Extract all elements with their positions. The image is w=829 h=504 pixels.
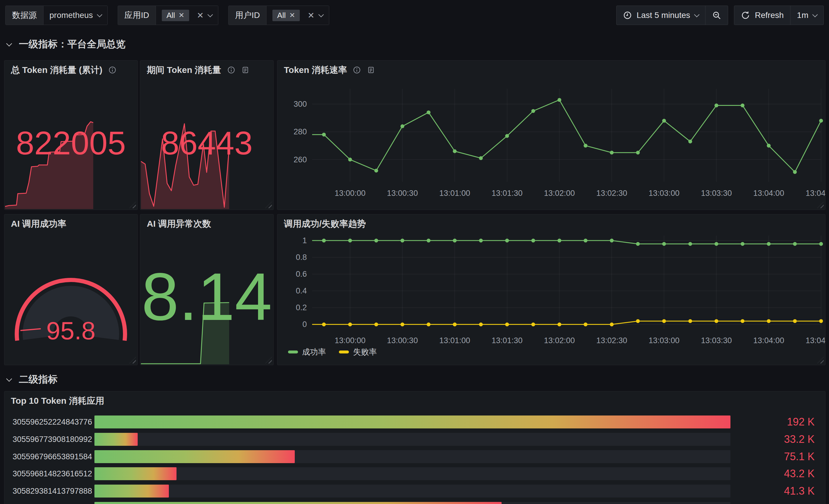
panel-top10: Top 10 Token 消耗应用 305596252224843776192 … — [4, 391, 826, 504]
panel-header: 调用成功/失败率趋势 — [278, 215, 825, 233]
info-icon[interactable] — [353, 66, 361, 74]
stat-value: 822005 — [4, 124, 137, 162]
chevron-down-icon — [97, 12, 102, 17]
panel-links-icon[interactable] — [367, 66, 375, 74]
filter-app-id-select[interactable]: All ✕ ✕ — [156, 6, 218, 25]
filter-app-id-chip[interactable]: All ✕ — [162, 10, 189, 21]
chevron-down-icon — [812, 12, 818, 17]
bar-fill — [95, 502, 502, 504]
panel-title[interactable]: 总 Token 消耗量 (累计) — [11, 64, 102, 76]
chip-text: All — [277, 11, 286, 20]
legend-item[interactable]: 成功率 — [288, 347, 326, 357]
x-tick-label: 13:02:30 — [596, 189, 627, 198]
x-tick-label: 13:04:00 — [753, 336, 784, 345]
bar-category-label: 305596252224843776 — [6, 418, 92, 427]
svg-text:1: 1 — [302, 236, 307, 245]
bar-category-label: 305596796653891584 — [6, 452, 92, 461]
svg-text:0: 0 — [302, 320, 307, 329]
bar-fill — [95, 484, 169, 498]
panel-title[interactable]: Token 消耗速率 — [284, 64, 347, 76]
stat-value: 86443 — [140, 124, 273, 162]
time-range-button[interactable]: Last 5 minutes — [617, 6, 705, 25]
info-icon[interactable] — [108, 66, 116, 74]
section-title: 二级指标 — [19, 373, 58, 386]
resize-handle[interactable] — [265, 202, 272, 208]
x-tick-label: 13:01:00 — [439, 336, 470, 345]
panel-title[interactable]: AI 调用异常次数 — [147, 218, 211, 230]
bar-row: 30559677390818099233.2 K — [4, 433, 825, 446]
x-tick-label: 13:02:00 — [544, 336, 575, 345]
chevron-down-icon — [6, 376, 12, 382]
panel-title[interactable]: 期间 Token 消耗量 — [147, 64, 221, 76]
bar-value: 41.3 K — [738, 485, 815, 497]
datasource-picker: 数据源 prometheus — [5, 6, 108, 25]
bar-track — [95, 467, 730, 480]
bar-row: 30559681482361651243.2 K — [4, 467, 825, 480]
datasource-select[interactable]: prometheus — [43, 6, 107, 25]
resize-handle[interactable] — [265, 357, 272, 363]
panel-header: Top 10 Token 消耗应用 — [4, 391, 825, 410]
panel-error-count: AI 调用异常次数 8.14 — [140, 214, 274, 365]
chart-svg: 26028030013:00:0013:00:3013:01:0013:01:3… — [278, 61, 825, 210]
x-tick-label: 13:03:30 — [701, 189, 732, 198]
panel-links-icon[interactable] — [241, 66, 249, 74]
section-secondary-header[interactable]: 二级指标 — [7, 373, 58, 386]
time-picker-group: Last 5 minutes — [616, 6, 728, 25]
svg-text:0.4: 0.4 — [296, 286, 307, 295]
bar-category-label: 305596773908180992 — [6, 435, 92, 444]
legend-label: 失败率 — [353, 347, 377, 357]
trend-chart: 00.20.40.60.8113:00:0013:00:3013:01:0013… — [278, 215, 825, 365]
x-tick-label: 13:04:00 — [753, 189, 784, 198]
x-tick-label: 13:01:00 — [439, 189, 470, 198]
clear-filter-icon[interactable]: ✕ — [197, 10, 204, 20]
section-title: 一级指标：平台全局总览 — [19, 38, 125, 51]
dashboard-toolbar: 数据源 prometheus 应用ID All ✕ ✕ 用户ID All ✕ ✕ — [5, 6, 824, 25]
close-icon[interactable]: ✕ — [179, 11, 184, 20]
panel-period-tokens: 期间 Token 消耗量 86443 — [140, 60, 274, 210]
refresh-icon — [741, 10, 750, 20]
info-icon[interactable] — [227, 66, 236, 74]
bar-track — [95, 416, 730, 428]
gauge-value: 95.8 — [46, 316, 95, 345]
bar-fill — [95, 467, 177, 480]
refresh-interval-select[interactable]: 1m — [790, 6, 823, 25]
filter-app-id-label: 应用ID — [118, 6, 156, 25]
filter-user-id-chip[interactable]: All ✕ — [273, 10, 300, 21]
panel-trend: 调用成功/失败率趋势 00.20.40.60.8113:00:0013:00:3… — [277, 214, 826, 365]
bar-track — [95, 450, 730, 463]
x-tick-label: 13:04:30 — [805, 336, 825, 345]
datasource-label: 数据源 — [6, 6, 43, 25]
time-range-label: Last 5 minutes — [637, 10, 690, 20]
legend-item[interactable]: 失败率 — [339, 347, 377, 357]
refresh-button[interactable]: Refresh — [734, 6, 790, 25]
refresh-group: Refresh 1m — [734, 6, 824, 25]
svg-text:0.8: 0.8 — [296, 253, 307, 262]
svg-text:300: 300 — [294, 100, 307, 109]
section-primary-header[interactable]: 一级指标：平台全局总览 — [7, 38, 125, 51]
resize-handle[interactable] — [130, 202, 136, 208]
panel-header: 期间 Token 消耗量 — [140, 61, 273, 79]
zoom-out-button[interactable] — [705, 6, 728, 25]
success-rate-gauge: 95.8 — [4, 215, 137, 365]
close-icon[interactable]: ✕ — [289, 11, 295, 20]
panel-title[interactable]: Top 10 Token 消耗应用 — [11, 395, 104, 407]
x-tick-label: 13:00:00 — [334, 189, 365, 198]
clear-filter-icon[interactable]: ✕ — [308, 10, 314, 20]
panel-header: Token 消耗速率 — [278, 61, 825, 79]
filter-user-id-select[interactable]: All ✕ ✕ — [266, 6, 329, 25]
panel-token-rate: Token 消耗速率 26028030013:00:0013:00:3013:0… — [277, 60, 826, 210]
panel-total-tokens: 总 Token 消耗量 (累计) 822005 — [4, 60, 138, 210]
refresh-label: Refresh — [755, 10, 784, 20]
panel-title[interactable]: 调用成功/失败率趋势 — [284, 218, 366, 230]
bar-fill — [95, 433, 138, 446]
chevron-down-icon — [6, 41, 12, 46]
stat-value: 8.14 — [140, 259, 273, 335]
token-rate-chart: 26028030013:00:0013:00:3013:01:0013:01:3… — [278, 61, 825, 210]
bar-fill — [95, 416, 730, 428]
chart-legend: 成功率失败率 — [288, 347, 377, 357]
bar-value: 33.2 K — [738, 433, 815, 445]
panel-title[interactable]: AI 调用成功率 — [11, 218, 66, 230]
bar-track — [95, 433, 730, 446]
x-tick-label: 13:00:30 — [387, 336, 418, 345]
bar-value: 192 K — [738, 416, 815, 428]
